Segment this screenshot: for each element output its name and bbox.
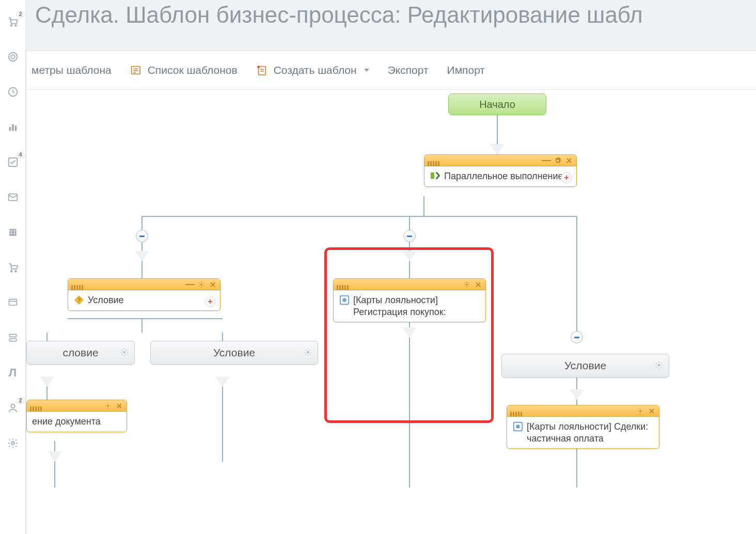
node-header[interactable]	[27, 400, 127, 412]
logo-icon[interactable]: Л	[6, 366, 20, 380]
template-params-button[interactable]: метры шаблона	[32, 64, 112, 76]
svg-point-59	[123, 351, 126, 354]
node-header[interactable]	[334, 279, 485, 290]
svg-point-16	[15, 271, 17, 272]
start-node[interactable]: Начало	[448, 93, 546, 115]
gear-icon[interactable]	[197, 280, 206, 289]
close-icon[interactable]	[209, 280, 217, 289]
clock-icon[interactable]	[6, 85, 20, 99]
svg-point-60	[307, 351, 309, 354]
gear-icon[interactable]	[463, 280, 471, 289]
settings-icon[interactable]	[6, 436, 20, 450]
target-icon[interactable]	[6, 50, 20, 64]
check-icon[interactable]: 4	[6, 155, 20, 169]
svg-rect-48	[431, 172, 434, 179]
svg-point-2	[8, 53, 17, 61]
condition-branch[interactable]: словие	[26, 341, 135, 365]
loyalty-registration-node[interactable]: [Карты лояльности] Регистрация покупок:	[333, 278, 486, 322]
collapse-button[interactable]	[403, 230, 416, 242]
condition-branch[interactable]: Условие	[150, 341, 318, 365]
servers-icon[interactable]	[6, 331, 20, 344]
gear-icon[interactable]	[104, 402, 112, 410]
editor-panel: метры шаблона Список шаблонов Создать ша…	[26, 50, 756, 534]
drag-handle-icon[interactable]	[30, 403, 51, 409]
arrow-icon	[490, 144, 505, 154]
loyalty-partial-node[interactable]: [Карты лояльности] Сделки: частичная опл…	[507, 405, 659, 449]
close-icon[interactable]	[648, 407, 656, 415]
mail-icon[interactable]	[6, 191, 20, 204]
node-label: Условие	[88, 294, 124, 306]
svg-point-69	[516, 425, 519, 428]
svg-point-61	[658, 364, 660, 367]
node-header[interactable]: —	[68, 279, 220, 290]
import-button[interactable]: Импорт	[447, 64, 485, 76]
workflow-canvas[interactable]: Начало — Параллельное выполнение +	[26, 90, 756, 534]
drag-handle-icon[interactable]	[428, 158, 448, 163]
condition-branch[interactable]: Условие	[501, 354, 669, 378]
node-label: [Карты лояльности] Сделки: частичная опл…	[527, 421, 654, 444]
activity-icon	[339, 294, 350, 306]
arrow-icon	[215, 376, 230, 387]
arrow-icon	[402, 251, 417, 261]
toolbar: метры шаблона Список шаблонов Создать ша…	[26, 51, 756, 90]
shop-icon[interactable]	[6, 261, 20, 274]
arrow-icon	[48, 451, 62, 462]
arrow-icon	[135, 251, 149, 261]
svg-point-0	[10, 25, 12, 26]
svg-point-3	[11, 55, 14, 58]
svg-point-58	[342, 298, 346, 302]
add-branch-button[interactable]: +	[561, 172, 572, 183]
svg-point-21	[11, 404, 14, 408]
check-badge: 4	[16, 151, 24, 158]
svg-point-49	[200, 284, 202, 286]
svg-rect-14	[13, 233, 15, 234]
node-header[interactable]	[507, 405, 659, 417]
node-label: Параллельное выполнение	[444, 170, 563, 182]
svg-rect-20	[9, 339, 16, 341]
close-icon[interactable]	[474, 280, 482, 289]
node-label: [Карты лояльности] Регистрация покупок:	[353, 294, 480, 318]
svg-point-54	[466, 284, 468, 286]
admin-icon[interactable]: 2	[6, 401, 20, 415]
svg-point-22	[11, 442, 14, 445]
gear-icon[interactable]	[654, 360, 665, 371]
export-button[interactable]: Экспорт	[388, 64, 429, 76]
document-node[interactable]: ение документа	[26, 400, 127, 432]
minimize-icon[interactable]: —	[542, 156, 550, 165]
cart-icon[interactable]: 2	[6, 15, 20, 28]
create-template-button[interactable]: Создать шаблон	[256, 64, 369, 76]
building-icon[interactable]	[6, 226, 20, 239]
node-header[interactable]: —	[424, 155, 576, 166]
svg-rect-12	[13, 230, 15, 232]
gear-icon[interactable]	[554, 156, 562, 165]
condition-icon: ?	[73, 294, 85, 306]
svg-rect-17	[9, 299, 17, 305]
drag-handle-icon[interactable]	[510, 409, 531, 414]
svg-rect-13	[10, 233, 11, 234]
drag-handle-icon[interactable]	[337, 282, 357, 287]
parallel-node[interactable]: — Параллельное выполнение +	[424, 154, 577, 187]
svg-rect-19	[9, 334, 16, 337]
cart-badge: 2	[16, 11, 24, 18]
close-icon[interactable]	[115, 402, 123, 410]
chevron-down-icon	[364, 69, 369, 72]
gear-icon[interactable]	[636, 407, 644, 415]
collapse-button[interactable]	[136, 230, 148, 242]
template-list-button[interactable]: Список шаблонов	[130, 64, 238, 76]
drag-handle-icon[interactable]	[71, 282, 92, 287]
page-title: Сделка. Шаблон бизнес-процесса: Редактир…	[26, 0, 756, 29]
svg-rect-6	[12, 124, 14, 131]
gear-icon[interactable]	[303, 348, 313, 358]
condition-node[interactable]: — ? Условие +	[68, 278, 220, 311]
svg-point-15	[10, 271, 12, 272]
parallel-icon	[430, 170, 441, 182]
window-icon[interactable]	[6, 296, 20, 309]
svg-point-62	[107, 405, 109, 407]
add-branch-button[interactable]: +	[204, 296, 216, 307]
close-icon[interactable]	[565, 156, 573, 165]
minimize-icon[interactable]: —	[186, 280, 194, 289]
svg-rect-11	[10, 230, 11, 232]
gear-icon[interactable]	[120, 348, 130, 358]
collapse-button[interactable]	[571, 331, 583, 343]
chart-icon[interactable]	[6, 120, 20, 134]
